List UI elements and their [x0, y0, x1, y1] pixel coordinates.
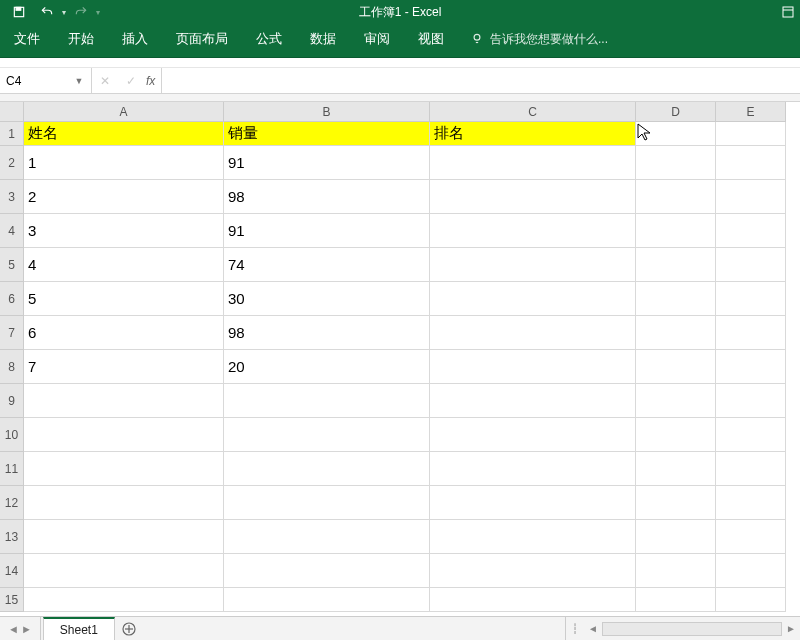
spreadsheet-grid[interactable]: ABCDE 123456789101112131415 姓名销量排名191298…: [0, 102, 800, 612]
cell[interactable]: 74: [224, 248, 430, 282]
enter-formula-button[interactable]: ✓: [118, 68, 144, 93]
scroll-left-icon[interactable]: ◄: [584, 623, 602, 634]
cell[interactable]: 5: [24, 282, 224, 316]
cell[interactable]: [430, 486, 636, 520]
cell[interactable]: [716, 316, 786, 350]
cell[interactable]: 91: [224, 214, 430, 248]
row-header[interactable]: 8: [0, 350, 24, 384]
row-header[interactable]: 10: [0, 418, 24, 452]
cell[interactable]: [716, 486, 786, 520]
cell[interactable]: [430, 316, 636, 350]
cell[interactable]: [430, 180, 636, 214]
column-header[interactable]: D: [636, 102, 716, 122]
row-header[interactable]: 14: [0, 554, 24, 588]
cell[interactable]: [636, 418, 716, 452]
cell[interactable]: [224, 588, 430, 612]
cell[interactable]: [636, 146, 716, 180]
cell[interactable]: [636, 350, 716, 384]
cell[interactable]: [430, 588, 636, 612]
cell[interactable]: [24, 486, 224, 520]
cell[interactable]: [636, 248, 716, 282]
cell[interactable]: [716, 418, 786, 452]
row-header[interactable]: 9: [0, 384, 24, 418]
sheet-nav[interactable]: ◄ ►: [0, 617, 41, 640]
column-header[interactable]: C: [430, 102, 636, 122]
cell[interactable]: [636, 282, 716, 316]
column-header[interactable]: A: [24, 102, 224, 122]
cell[interactable]: 98: [224, 316, 430, 350]
sheet-nav-next-icon[interactable]: ►: [21, 623, 32, 635]
cell[interactable]: [24, 452, 224, 486]
ribbon-display-options[interactable]: [776, 0, 800, 24]
select-all-corner[interactable]: [0, 102, 24, 122]
cell[interactable]: [224, 452, 430, 486]
redo-button[interactable]: [68, 1, 94, 23]
tab-view[interactable]: 视图: [404, 24, 458, 54]
cell[interactable]: [716, 282, 786, 316]
row-header[interactable]: 4: [0, 214, 24, 248]
cell[interactable]: [716, 452, 786, 486]
row-header[interactable]: 6: [0, 282, 24, 316]
cell[interactable]: 姓名: [24, 122, 224, 146]
row-header[interactable]: 5: [0, 248, 24, 282]
cancel-formula-button[interactable]: ✕: [92, 68, 118, 93]
cell[interactable]: 7: [24, 350, 224, 384]
cell[interactable]: [24, 384, 224, 418]
cell[interactable]: [430, 418, 636, 452]
row-header[interactable]: 7: [0, 316, 24, 350]
cell[interactable]: [224, 384, 430, 418]
cell[interactable]: [430, 350, 636, 384]
cell[interactable]: [716, 554, 786, 588]
cell[interactable]: [636, 588, 716, 612]
cell[interactable]: [224, 520, 430, 554]
cell[interactable]: [716, 350, 786, 384]
cell[interactable]: [636, 122, 716, 146]
new-sheet-button[interactable]: [115, 617, 143, 640]
name-box-input[interactable]: [0, 74, 70, 88]
cell[interactable]: [24, 554, 224, 588]
cell[interactable]: [716, 588, 786, 612]
cell[interactable]: [24, 588, 224, 612]
cell[interactable]: [636, 452, 716, 486]
cell[interactable]: [716, 384, 786, 418]
cell[interactable]: [716, 146, 786, 180]
row-header[interactable]: 13: [0, 520, 24, 554]
cell[interactable]: [716, 180, 786, 214]
cell[interactable]: 销量: [224, 122, 430, 146]
cell[interactable]: [24, 520, 224, 554]
cell[interactable]: [224, 418, 430, 452]
column-header[interactable]: E: [716, 102, 786, 122]
row-header[interactable]: 11: [0, 452, 24, 486]
cell[interactable]: [716, 248, 786, 282]
cell[interactable]: [636, 520, 716, 554]
cell[interactable]: [430, 520, 636, 554]
cell[interactable]: [430, 282, 636, 316]
name-box-dropdown-icon[interactable]: ▼: [70, 76, 88, 86]
save-button[interactable]: [6, 1, 32, 23]
cell[interactable]: 91: [224, 146, 430, 180]
cell[interactable]: 1: [24, 146, 224, 180]
tab-file[interactable]: 文件: [0, 24, 54, 54]
cell[interactable]: [636, 316, 716, 350]
tab-data[interactable]: 数据: [296, 24, 350, 54]
cell[interactable]: [636, 180, 716, 214]
cell[interactable]: 3: [24, 214, 224, 248]
cell[interactable]: 4: [24, 248, 224, 282]
cell[interactable]: [716, 214, 786, 248]
cell[interactable]: [430, 146, 636, 180]
cell[interactable]: [430, 554, 636, 588]
row-header[interactable]: 15: [0, 588, 24, 612]
cell[interactable]: [716, 122, 786, 146]
horizontal-scrollbar[interactable]: ┆ ◄ ►: [565, 617, 800, 640]
tab-insert[interactable]: 插入: [108, 24, 162, 54]
tab-review[interactable]: 审阅: [350, 24, 404, 54]
row-header[interactable]: 12: [0, 486, 24, 520]
row-header[interactable]: 1: [0, 122, 24, 146]
cell[interactable]: 排名: [430, 122, 636, 146]
cell[interactable]: 6: [24, 316, 224, 350]
cell[interactable]: [636, 214, 716, 248]
cell[interactable]: [716, 520, 786, 554]
tab-home[interactable]: 开始: [54, 24, 108, 54]
tell-me-search[interactable]: 告诉我您想要做什么...: [458, 31, 608, 48]
cell[interactable]: 20: [224, 350, 430, 384]
